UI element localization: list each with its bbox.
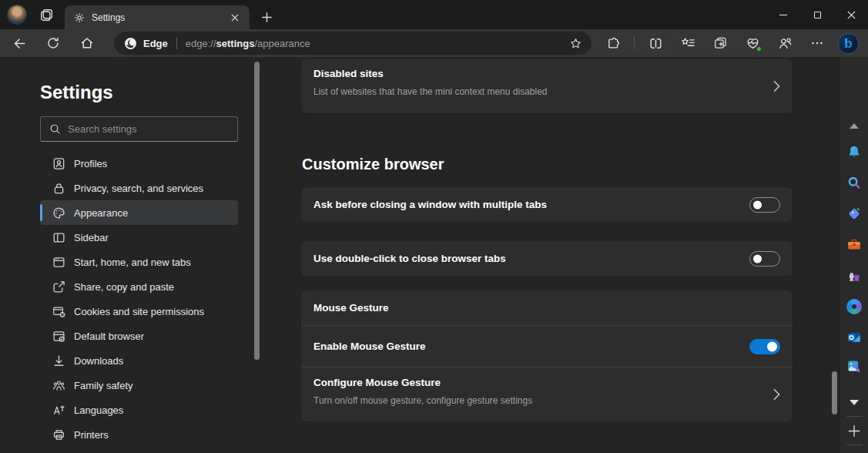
favorites-list-icon[interactable] [676, 32, 699, 55]
configure-mouse-gesture-row[interactable]: Configure Mouse Gesture Turn on/off mous… [301, 367, 793, 421]
stacked-windows-icon [39, 8, 54, 22]
share-icon [52, 280, 65, 294]
sidebar-item-cookies-permissions[interactable]: Cookies and site permissions [40, 299, 238, 324]
address-bar[interactable]: Edge edge://settings/appearance [114, 32, 592, 55]
mouse-gesture-header: Mouse Gesture [301, 290, 793, 326]
printer-icon [52, 428, 65, 441]
enable-mouse-gesture-toggle[interactable] [749, 339, 780, 354]
sidebar-item-label: Share, copy and paste [74, 281, 174, 293]
shopping-tag-icon[interactable] [846, 206, 863, 222]
chevron-right-icon[interactable] [773, 59, 780, 113]
double-click-close-toggle[interactable] [749, 251, 780, 267]
expand-sidebar-icon[interactable] [850, 400, 859, 405]
setting-label: Ask before closing a window with multipl… [313, 199, 749, 210]
setting-label: Enable Mouse Gesture [313, 341, 749, 352]
favorite-star-icon[interactable] [569, 37, 582, 50]
tab-close-icon[interactable] [228, 11, 242, 25]
browser-toolbar: Edge edge://settings/appearance [0, 29, 868, 57]
sidebar-item-label: Appearance [74, 207, 128, 219]
settings-search-box[interactable] [40, 116, 238, 142]
selected-indicator [40, 204, 42, 221]
settings-page-title: Settings [40, 82, 113, 103]
gear-icon [74, 12, 85, 23]
cookies-icon [52, 305, 65, 318]
scroll-up-icon[interactable] [850, 123, 859, 129]
split-screen-icon[interactable] [644, 32, 667, 55]
sidebar-item-default-browser[interactable]: Default browser [40, 324, 238, 348]
outlook-icon[interactable] [846, 329, 863, 345]
tools-toolbox-icon[interactable] [846, 237, 863, 253]
maximize-button[interactable] [800, 0, 834, 29]
card-title: Disabled sites [313, 68, 759, 79]
sidebar-item-label: Privacy, search, and services [74, 183, 203, 194]
copilot-icon[interactable]: b [838, 33, 859, 54]
search-icon[interactable] [846, 175, 863, 191]
search-input[interactable] [68, 123, 222, 135]
minimize-button[interactable] [766, 0, 800, 29]
sidebar-item-appearance[interactable]: Appearance [40, 200, 238, 225]
setting-description: Turn on/off mouse gesture, configure ges… [313, 395, 759, 406]
games-chess-icon[interactable] [846, 267, 863, 284]
double-click-close-card: Use double-click to close browser tabs [301, 241, 793, 276]
appearance-palette-icon [52, 206, 65, 220]
toolbar-actions: b [602, 32, 868, 55]
mouse-gesture-group-card: Mouse Gesture Enable Mouse Gesture Confi… [301, 290, 793, 421]
new-tab-button[interactable] [257, 8, 276, 26]
rail-divider [846, 416, 863, 417]
content-scrollbar[interactable] [832, 371, 837, 414]
sidebar-scrollbar[interactable] [254, 62, 260, 360]
window-controls [766, 0, 868, 29]
enable-mouse-gesture-row: Enable Mouse Gesture [301, 326, 793, 367]
ms-start-icon[interactable] [846, 299, 862, 314]
sidebar-item-label: Printers [74, 429, 109, 441]
browser-tab-settings[interactable]: Settings [65, 5, 250, 29]
sidebar-item-printers[interactable]: Printers [40, 422, 238, 447]
url-text[interactable]: edge://settings/appearance [186, 38, 569, 49]
edge-logo-icon [124, 37, 137, 50]
back-button[interactable] [6, 31, 32, 55]
address-separator [176, 37, 177, 49]
sidebar-item-label: Start, home, and new tabs [74, 257, 191, 268]
close-button[interactable] [834, 0, 868, 29]
workspaces-button[interactable] [35, 5, 57, 25]
extensions-icon[interactable] [602, 32, 625, 55]
ask-before-closing-toggle[interactable] [749, 197, 780, 213]
sidebar-item-label: Languages [74, 404, 123, 416]
setting-label: Configure Mouse Gesture [313, 377, 759, 388]
disabled-sites-card[interactable]: Disabled sites List of websites that hav… [301, 59, 793, 113]
profiles-icon [52, 157, 65, 170]
sidebar-item-profiles[interactable]: Profiles [40, 151, 238, 176]
sidebar-item-label: Downloads [74, 355, 123, 367]
sidebar-item-label: Cookies and site permissions [74, 306, 204, 317]
ask-before-closing-card: Ask before closing a window with multipl… [301, 187, 793, 222]
profile-people-icon[interactable] [773, 32, 796, 55]
notifications-bell-icon[interactable] [846, 144, 863, 160]
sidebar-item-label: Sidebar [74, 232, 109, 243]
browser-essentials-icon[interactable] [741, 32, 764, 55]
refresh-button[interactable] [40, 31, 66, 55]
sidebar-item-share-copy-paste[interactable]: Share, copy and paste [40, 274, 238, 299]
collections-icon[interactable] [709, 32, 732, 55]
sidebar-item-languages[interactable]: Languages [40, 398, 238, 422]
edge-sidebar-rail [840, 57, 868, 453]
sidebar-item-label: Default browser [74, 331, 144, 342]
default-browser-icon [52, 330, 65, 343]
chevron-right-icon[interactable] [773, 367, 780, 421]
sidebar-item-downloads[interactable]: Downloads [40, 348, 238, 373]
home-button[interactable] [74, 31, 100, 55]
add-to-sidebar-icon[interactable] [848, 424, 861, 438]
sidebar-item-start-home[interactable]: Start, home, and new tabs [40, 250, 238, 274]
sidebar-item-sidebar[interactable]: Sidebar [40, 225, 238, 250]
toolbar-divider [634, 37, 635, 49]
sidebar-item-family-safety[interactable]: Family safety [40, 373, 238, 398]
start-home-icon [52, 256, 65, 269]
settings-nav: Profiles Privacy, search, and services A… [40, 151, 238, 447]
profile-avatar[interactable] [7, 5, 27, 25]
sidebar-item-privacy[interactable]: Privacy, search, and services [40, 176, 238, 200]
image-creator-icon[interactable] [846, 358, 863, 374]
rail-divider [846, 445, 863, 445]
sidebar-panel-icon [52, 231, 65, 244]
family-safety-icon [52, 379, 65, 392]
more-options-icon[interactable] [806, 32, 829, 55]
privacy-lock-icon [52, 182, 65, 195]
